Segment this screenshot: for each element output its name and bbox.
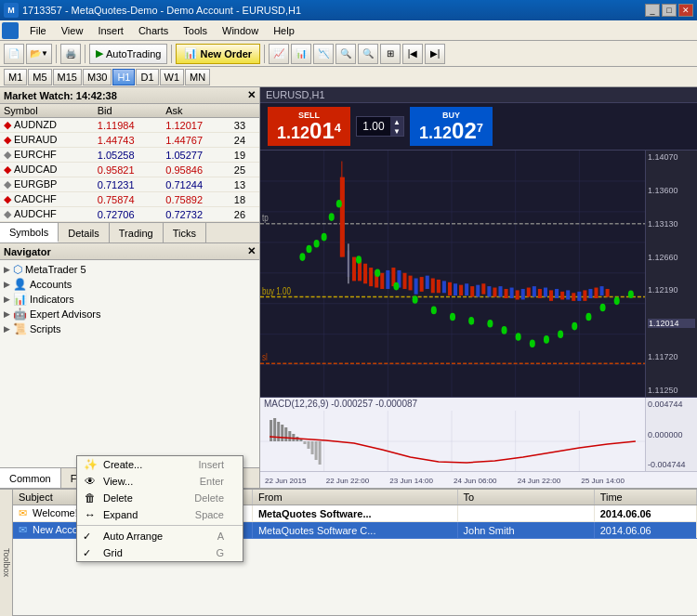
toolbar-chart2[interactable]: 📊 bbox=[291, 44, 311, 64]
market-watch-row[interactable]: ◆EURGBP 0.71231 0.71244 13 bbox=[0, 177, 259, 192]
nav-tab-common[interactable]: Common bbox=[0, 468, 61, 488]
nav-item-ea[interactable]: ▶ 🤖 Expert Advisors bbox=[2, 307, 257, 321]
chart-symbol-header: EURUSD,H1 bbox=[260, 87, 697, 103]
autotrading-label: AutoTrading bbox=[106, 48, 162, 59]
mw-ask: 0.71244 bbox=[162, 177, 230, 192]
svg-text:25 Jun 14:00: 25 Jun 14:00 bbox=[581, 477, 625, 485]
svg-point-25 bbox=[329, 213, 335, 221]
price-scale-2: 1.13600 bbox=[648, 186, 695, 195]
svg-point-79 bbox=[431, 307, 437, 315]
sell-button[interactable]: SELL 1.12014 bbox=[268, 107, 350, 146]
toolbar-print[interactable]: 🖨️ bbox=[60, 44, 81, 64]
market-watch-row[interactable]: ◆AUDCHF 0.72706 0.72732 26 bbox=[0, 207, 259, 222]
navigator-panel: Navigator ✕ ▶ ⬡ MetaTrader 5 ▶ 👤 Account… bbox=[0, 243, 259, 488]
nav-item-accounts[interactable]: ▶ 👤 Accounts bbox=[2, 277, 257, 292]
autotrading-button[interactable]: ▶ AutoTrading bbox=[89, 44, 168, 64]
market-watch-row[interactable]: ◆EURAUD 1.44743 1.44767 24 bbox=[0, 133, 259, 148]
svg-rect-63 bbox=[544, 288, 547, 297]
svg-rect-72 bbox=[594, 288, 598, 298]
tab-trading[interactable]: Trading bbox=[110, 223, 164, 242]
inbox-time-2: 2014.06.06 bbox=[594, 522, 696, 539]
tab-ticks[interactable]: Ticks bbox=[164, 223, 206, 242]
svg-rect-47 bbox=[454, 283, 457, 295]
minimize-button[interactable]: _ bbox=[645, 4, 660, 17]
toolbar-zoomin[interactable]: 🔍 bbox=[335, 44, 356, 64]
svg-rect-40 bbox=[414, 279, 418, 295]
tab-details[interactable]: Details bbox=[59, 223, 110, 242]
tf-w1[interactable]: W1 bbox=[160, 69, 185, 85]
new-order-label: New Order bbox=[200, 48, 252, 59]
toolbar-grid[interactable]: ⊞ bbox=[380, 44, 401, 64]
nav-icon-accounts: 👤 bbox=[13, 278, 27, 291]
lot-arrows: ▲ ▼ bbox=[390, 117, 403, 136]
mw-bid: 0.72706 bbox=[94, 207, 163, 222]
lot-down-arrow[interactable]: ▼ bbox=[390, 126, 403, 136]
lot-up-arrow[interactable]: ▲ bbox=[390, 117, 403, 126]
svg-rect-61 bbox=[533, 286, 536, 296]
buy-button[interactable]: BUY 1.12027 bbox=[410, 107, 493, 146]
tf-h1[interactable]: H1 bbox=[112, 69, 135, 85]
tab-symbols[interactable]: Symbols bbox=[0, 223, 59, 242]
symbol-tabs: Symbols Details Trading Ticks bbox=[0, 223, 259, 243]
ctx-grid[interactable]: ✓ Grid G bbox=[77, 544, 243, 561]
market-watch-row[interactable]: ◆CADCHF 0.75874 0.75892 18 bbox=[0, 192, 259, 207]
tf-mn[interactable]: MN bbox=[185, 69, 210, 85]
nav-item-indicators[interactable]: ▶ 📊 Indicators bbox=[2, 292, 257, 307]
menu-insert[interactable]: Insert bbox=[90, 23, 131, 38]
market-watch-row[interactable]: ◆AUDNZD 1.11984 1.12017 33 bbox=[0, 118, 259, 133]
market-watch-row[interactable]: ◆AUDCAD 0.95821 0.95846 25 bbox=[0, 163, 259, 177]
mw-spread: 13 bbox=[230, 177, 259, 192]
svg-rect-53 bbox=[487, 286, 491, 296]
tf-d1[interactable]: D1 bbox=[136, 69, 158, 85]
toolbar-new[interactable]: 📄 bbox=[4, 44, 24, 64]
market-watch-panel: Market Watch: 14:42:38 ✕ Symbol Bid Ask … bbox=[0, 87, 259, 223]
nav-item-scripts[interactable]: ▶ 📜 Scripts bbox=[2, 321, 257, 336]
menu-view[interactable]: View bbox=[54, 23, 91, 38]
market-watch-close[interactable]: ✕ bbox=[247, 89, 256, 101]
app-logo bbox=[2, 22, 19, 39]
tf-m30[interactable]: M30 bbox=[83, 69, 112, 85]
mw-bid: 1.44743 bbox=[94, 133, 163, 148]
toolbar-chart1[interactable]: 📈 bbox=[269, 44, 289, 64]
toolbar-chart3[interactable]: 📉 bbox=[313, 44, 334, 64]
mw-symbol: ◆AUDCHF bbox=[0, 207, 94, 222]
toolbar-period-sep[interactable]: |◀ bbox=[402, 44, 423, 64]
toolbar-period-end[interactable]: ▶| bbox=[425, 44, 445, 64]
tf-m1[interactable]: M1 bbox=[4, 69, 27, 85]
menu-file[interactable]: File bbox=[22, 23, 54, 38]
svg-rect-65 bbox=[555, 289, 559, 298]
ctx-expand[interactable]: ↔ Expand Space bbox=[77, 506, 243, 523]
ctx-create[interactable]: ✨ Create... Insert bbox=[77, 456, 243, 473]
ctx-auto-shortcut: A bbox=[199, 531, 224, 542]
chart-canvas[interactable]: 1.14070 1.13600 1.13130 1.12660 1.12190 … bbox=[260, 151, 697, 397]
navigator-close[interactable]: ✕ bbox=[247, 245, 256, 257]
menu-charts[interactable]: Charts bbox=[131, 23, 176, 38]
chart-svg: tp buy 1.00 sl bbox=[260, 151, 645, 397]
price-scale-4: 1.12660 bbox=[648, 253, 695, 262]
mw-spread: 25 bbox=[230, 163, 259, 177]
nav-item-mt5[interactable]: ▶ ⬡ MetaTrader 5 bbox=[2, 262, 257, 277]
ctx-auto-arrange[interactable]: ✓ Auto Arrange A bbox=[77, 528, 243, 544]
mw-ask: 0.72732 bbox=[162, 207, 230, 222]
navigator-title: Navigator bbox=[4, 246, 51, 257]
tf-m15[interactable]: M15 bbox=[53, 69, 82, 85]
toolbar-zoomout[interactable]: 🔍 bbox=[358, 44, 378, 64]
market-watch-row[interactable]: ◆EURCHF 1.05258 1.05277 19 bbox=[0, 148, 259, 163]
toolbar-open[interactable]: 📂▼ bbox=[26, 44, 52, 64]
menu-window[interactable]: Window bbox=[215, 23, 266, 38]
ctx-view[interactable]: 👁 View... Enter bbox=[77, 473, 243, 490]
svg-point-78 bbox=[413, 295, 418, 304]
ctx-create-label: Create... bbox=[103, 459, 142, 470]
ctx-delete[interactable]: 🗑 Delete Delete bbox=[77, 490, 243, 506]
ctx-view-label: View... bbox=[103, 476, 133, 487]
lot-input[interactable] bbox=[357, 120, 390, 133]
menu-help[interactable]: Help bbox=[266, 23, 302, 38]
maximize-button[interactable]: □ bbox=[662, 4, 677, 17]
menu-tools[interactable]: Tools bbox=[176, 23, 215, 38]
time-axis: 22 Jun 2015 22 Jun 22:00 23 Jun 14:00 24… bbox=[260, 471, 697, 488]
toolbox-label: Toolbox bbox=[0, 490, 13, 616]
tf-m5[interactable]: M5 bbox=[28, 69, 51, 85]
new-order-icon: 📊 bbox=[184, 47, 197, 59]
close-button[interactable]: ✕ bbox=[678, 4, 693, 17]
new-order-button[interactable]: 📊 New Order bbox=[176, 44, 260, 64]
